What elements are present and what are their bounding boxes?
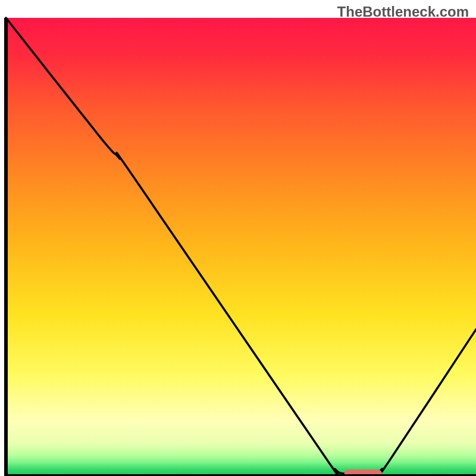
watermark-text: TheBottleneck.com (337, 4, 469, 20)
plot-group (0, 0, 476, 476)
gradient-background (6, 18, 476, 476)
bottleneck-chart: TheBottleneck.com (0, 0, 476, 476)
chart-svg (0, 0, 476, 476)
